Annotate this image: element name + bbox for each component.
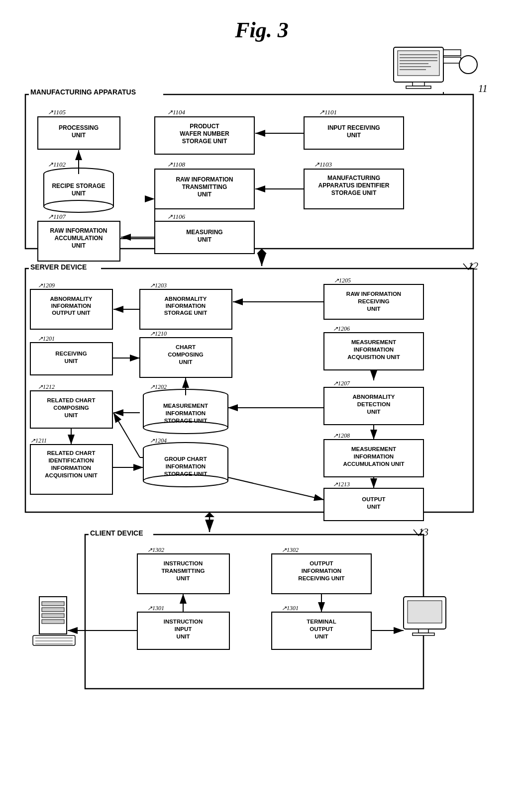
svg-text:ACCUMULATION: ACCUMULATION bbox=[54, 235, 103, 242]
lbl-1210: ↗1210 bbox=[150, 330, 167, 337]
svg-rect-123 bbox=[42, 620, 64, 624]
svg-text:UNIT: UNIT bbox=[72, 190, 86, 197]
lbl-1301-b: ↗1301 bbox=[282, 605, 299, 612]
svg-text:UNIT: UNIT bbox=[347, 132, 361, 139]
svg-text:UNIT: UNIT bbox=[64, 358, 78, 364]
lbl-1108: ↗1108 bbox=[167, 161, 186, 168]
lbl-1208: ↗1208 bbox=[333, 432, 350, 439]
svg-text:INFORMATION: INFORMATION bbox=[165, 463, 205, 469]
svg-text:RECIPE STORAGE: RECIPE STORAGE bbox=[52, 182, 105, 189]
svg-text:INFORMATION: INFORMATION bbox=[165, 303, 205, 309]
lbl-1302-a: ↗1302 bbox=[147, 546, 164, 553]
abnorm-storage-unit bbox=[140, 289, 232, 329]
svg-text:UNIT: UNIT bbox=[198, 191, 212, 198]
lbl-1103: ↗1103 bbox=[314, 161, 332, 168]
svg-text:UNIT: UNIT bbox=[176, 633, 190, 639]
svg-text:STORAGE UNIT: STORAGE UNIT bbox=[164, 471, 207, 477]
lbl-1101: ↗1101 bbox=[319, 108, 337, 116]
manuf-label: MANUFACTURING APPARATUS bbox=[30, 88, 136, 96]
chart-composing-unit bbox=[140, 338, 232, 377]
svg-text:RAW INFORMATION: RAW INFORMATION bbox=[176, 176, 233, 183]
svg-text:CHART: CHART bbox=[175, 344, 195, 350]
svg-text:INFORMATION: INFORMATION bbox=[51, 465, 91, 471]
svg-text:WAFER NUMBER: WAFER NUMBER bbox=[180, 130, 229, 137]
output-info-receiving-unit bbox=[272, 554, 371, 594]
svg-text:INFORMATION: INFORMATION bbox=[165, 410, 205, 416]
client-section bbox=[85, 535, 423, 689]
svg-text:RECEIVING  UNIT: RECEIVING UNIT bbox=[298, 575, 344, 581]
svg-text:APPARATUS IDENTIFIER: APPARATUS IDENTIFIER bbox=[318, 182, 389, 189]
svg-rect-129 bbox=[413, 633, 434, 635]
svg-text:UNIT: UNIT bbox=[72, 132, 86, 139]
svg-text:RECEIVING: RECEIVING bbox=[358, 298, 389, 304]
svg-text:STORAGE UNIT: STORAGE UNIT bbox=[331, 189, 376, 196]
ref-12: 12 bbox=[468, 261, 478, 271]
instruction-transmitting-unit bbox=[137, 554, 229, 594]
svg-rect-127 bbox=[408, 601, 442, 623]
svg-text:INFORMATION: INFORMATION bbox=[353, 347, 393, 353]
lbl-1209: ↗1209 bbox=[38, 282, 55, 289]
svg-text:OUTPUT: OUTPUT bbox=[310, 560, 333, 566]
lbl-1203: ↗1203 bbox=[150, 282, 167, 289]
lbl-1107: ↗1107 bbox=[48, 213, 66, 220]
svg-text:PRODUCT: PRODUCT bbox=[190, 123, 219, 130]
svg-text:MEASUREMENT: MEASUREMENT bbox=[351, 339, 396, 345]
recipe-storage-bottom bbox=[44, 200, 113, 212]
svg-text:GROUP CHART: GROUP CHART bbox=[164, 456, 207, 462]
svg-rect-122 bbox=[42, 614, 64, 618]
svg-text:ABNORMALITY: ABNORMALITY bbox=[352, 394, 395, 400]
svg-rect-8 bbox=[406, 86, 431, 89]
svg-text:TERMINAL: TERMINAL bbox=[307, 619, 336, 625]
svg-rect-128 bbox=[418, 629, 428, 633]
svg-text:TRANSMITTING: TRANSMITTING bbox=[161, 568, 205, 574]
svg-text:RAW INFORMATION: RAW INFORMATION bbox=[50, 227, 107, 234]
svg-rect-120 bbox=[42, 602, 64, 606]
page-title: Fig. 3 bbox=[234, 18, 289, 42]
lbl-1302-b: ↗1302 bbox=[282, 546, 299, 553]
svg-text:TRANSMITTING: TRANSMITTING bbox=[182, 183, 227, 190]
svg-rect-10 bbox=[443, 57, 461, 63]
lbl-1202: ↗1202 bbox=[150, 383, 167, 390]
lbl-1207: ↗1207 bbox=[333, 380, 350, 387]
svg-text:INSTRUCTION: INSTRUCTION bbox=[163, 619, 203, 625]
client-label: CLIENT DEVICE bbox=[90, 529, 143, 537]
svg-text:INFORMATION: INFORMATION bbox=[353, 453, 393, 459]
svg-text:OUTPUT: OUTPUT bbox=[362, 496, 385, 502]
ref-13: 13 bbox=[418, 527, 428, 538]
svg-text:UNIT: UNIT bbox=[179, 359, 192, 365]
svg-text:OUTPUT UNIT: OUTPUT UNIT bbox=[52, 310, 90, 316]
svg-text:UNIT: UNIT bbox=[367, 504, 380, 510]
svg-text:ABNORMALITY: ABNORMALITY bbox=[50, 296, 92, 302]
svg-text:COMPOSING: COMPOSING bbox=[53, 405, 89, 411]
svg-text:COMPOSING: COMPOSING bbox=[168, 352, 204, 358]
svg-text:UNIT: UNIT bbox=[198, 236, 212, 243]
svg-text:UNIT: UNIT bbox=[64, 412, 78, 418]
lbl-1106: ↗1106 bbox=[167, 213, 186, 220]
svg-text:INPUT: INPUT bbox=[174, 626, 192, 632]
ref-11: 11 bbox=[478, 83, 488, 94]
svg-text:OUTPUT: OUTPUT bbox=[310, 626, 333, 632]
svg-text:RECEIVING: RECEIVING bbox=[55, 351, 87, 357]
svg-text:UNIT: UNIT bbox=[176, 575, 190, 581]
svg-text:DETECTION: DETECTION bbox=[357, 401, 390, 407]
svg-text:ACQUISITION UNIT: ACQUISITION UNIT bbox=[45, 472, 97, 478]
svg-text:UNIT: UNIT bbox=[367, 306, 380, 312]
lbl-1211: ↗1211 bbox=[30, 437, 47, 444]
svg-point-11 bbox=[459, 56, 477, 74]
main-diagram: Fig. 3 11 MANUFACTURING APPARATUS MANUFA… bbox=[10, 10, 513, 806]
lbl-1206: ↗1206 bbox=[333, 325, 350, 332]
svg-text:UNIT: UNIT bbox=[72, 242, 86, 249]
svg-text:UNIT: UNIT bbox=[367, 409, 380, 415]
abnorm-output-unit bbox=[30, 289, 112, 329]
lbl-1301-a: ↗1301 bbox=[147, 605, 164, 612]
lbl-1102: ↗1102 bbox=[48, 161, 66, 168]
svg-text:RELATED CHART: RELATED CHART bbox=[47, 450, 95, 456]
svg-rect-7 bbox=[413, 82, 424, 86]
lbl-1105: ↗1105 bbox=[48, 108, 66, 116]
svg-text:INFORMATION: INFORMATION bbox=[301, 568, 341, 574]
svg-text:IDENTIFICATION: IDENTIFICATION bbox=[48, 457, 94, 463]
svg-text:ACQUISITION  UNIT: ACQUISITION UNIT bbox=[347, 354, 400, 360]
svg-text:STORAGE UNIT: STORAGE UNIT bbox=[182, 138, 227, 145]
svg-text:MEASUREMENT: MEASUREMENT bbox=[163, 403, 208, 409]
svg-text:MEASUREMENT: MEASUREMENT bbox=[351, 446, 396, 452]
